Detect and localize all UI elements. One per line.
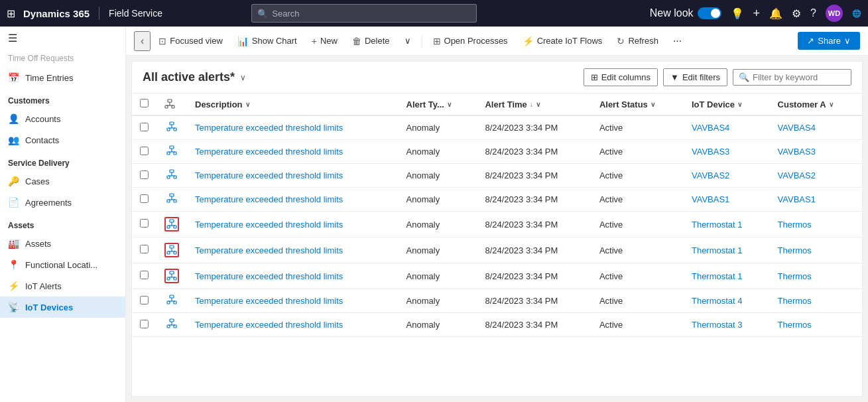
row-customer-account-link[interactable]: Thermos [778,320,812,330]
row-description-link[interactable]: Temperature exceeded threshold limits [195,320,343,330]
sidebar-item-contacts[interactable]: 👥 Contacts [0,129,125,151]
row-icon [166,124,177,134]
row-checkbox[interactable] [140,271,149,279]
svg-rect-6 [167,128,170,131]
col-alert-time[interactable]: Alert Time ↓ ∨ [477,94,591,115]
lightbulb-icon[interactable]: 💡 [731,7,744,20]
row-checkbox[interactable] [140,219,149,228]
row-alert-time-cell: 8/24/2023 3:34 PM [477,212,591,237]
refresh-button[interactable]: ↻ Refresh [610,32,665,50]
row-customer-account-cell: VAVBAS4 [770,115,862,140]
new-button[interactable]: + New [305,32,344,50]
row-checkbox[interactable] [140,170,149,179]
settings-icon[interactable]: ⚙ [792,7,801,20]
row-description-link[interactable]: Temperature exceeded threshold limits [195,194,343,204]
sidebar-faded-item[interactable]: Time Off Requests [0,50,125,67]
help-icon[interactable]: ? [810,7,816,19]
row-customer-account-link[interactable]: VAVBAS3 [778,147,816,157]
row-description-link[interactable]: Temperature exceeded threshold limits [195,147,343,157]
row-description-link[interactable]: Temperature exceeded threshold limits [195,170,343,180]
sidebar-item-time-entries[interactable]: 📅 Time Entries [0,67,125,88]
app-launcher-icon[interactable]: 🌐 [852,9,861,18]
sidebar-item-iot-devices[interactable]: 📡 IoT Devices [0,297,125,318]
row-iot-device-link[interactable]: Thermostat 4 [692,296,743,306]
sidebar-item-accounts[interactable]: 👤 Accounts [0,108,125,129]
row-iot-device-link[interactable]: Thermostat 1 [692,220,743,230]
row-customer-account-link[interactable]: VAVBAS1 [778,194,816,204]
row-checkbox[interactable] [140,194,149,203]
col-customer-account[interactable]: Customer A ∨ [770,94,862,115]
sidebar-hamburger[interactable]: ☰ [0,27,125,50]
col-alert-status[interactable]: Alert Status ∨ [591,94,684,115]
delete-label: Delete [365,36,390,46]
open-processes-label: Open Processes [444,36,508,46]
table-row: Temperature exceeded threshold limits An… [132,188,862,212]
row-checkbox[interactable] [140,296,149,304]
svg-rect-1 [165,105,168,108]
row-iot-device-link[interactable]: VAVBAS4 [692,123,729,133]
sidebar-item-cases[interactable]: 🔑 Cases [0,170,125,192]
row-iot-device-link[interactable]: VAVBAS3 [692,147,729,157]
row-customer-account-link[interactable]: Thermos [778,271,812,281]
bell-icon[interactable]: 🔔 [769,7,782,20]
svg-rect-40 [170,295,174,298]
col-alert-type[interactable]: Alert Ty... ∨ [399,94,477,115]
row-iot-device-link[interactable]: Thermostat 3 [692,320,743,330]
app-name: Dynamics 365 [23,8,90,19]
show-chart-button[interactable]: 📊 Show Chart [231,32,304,50]
row-checkbox[interactable] [140,147,149,155]
add-icon[interactable]: + [753,7,761,21]
new-look-label: New look [650,7,694,19]
open-processes-button[interactable]: ⊞ Open Processes [426,32,515,50]
sidebar-section-assets: Assets [0,213,125,233]
row-iot-device-link[interactable]: Thermostat 1 [692,271,743,281]
row-description-link[interactable]: Temperature exceeded threshold limits [195,245,343,255]
col-description[interactable]: Description ∨ [187,94,399,115]
select-all-checkbox[interactable] [140,99,149,107]
row-customer-account-link[interactable]: VAVBAS4 [778,123,816,133]
row-description-cell: Temperature exceeded threshold limits [187,313,399,337]
share-button[interactable]: ↗ Share ∨ [798,32,860,50]
delete-button[interactable]: 🗑 Delete [345,32,397,50]
row-description-link[interactable]: Temperature exceeded threshold limits [195,271,343,281]
row-iot-device-link[interactable]: VAVBAS2 [692,170,729,180]
row-description-link[interactable]: Temperature exceeded threshold limits [195,220,343,230]
row-customer-account-cell: VAVBAS3 [770,140,862,164]
row-description-link[interactable]: Temperature exceeded threshold limits [195,123,343,133]
new-look-toggle[interactable]: New look [650,7,721,19]
new-look-switch[interactable] [698,7,721,19]
row-iot-device-link[interactable]: Thermostat 1 [692,245,743,255]
row-customer-account-link[interactable]: Thermos [778,220,812,230]
dropdown-button[interactable]: ∨ [398,32,418,50]
col-iot-device[interactable]: IoT Device ∨ [684,94,770,115]
edit-filters-button[interactable]: ▼ Edit filters [663,68,727,86]
user-avatar[interactable]: WD [826,5,843,22]
svg-rect-7 [174,128,176,131]
sidebar-item-assets[interactable]: 🏭 Assets [0,233,125,254]
search-box[interactable]: 🔍 [251,4,477,23]
row-checkbox[interactable] [140,123,149,131]
filter-keyword-input[interactable] [753,72,845,82]
sidebar-item-agreements[interactable]: 📄 Agreements [0,192,125,213]
sidebar-item-functional-locations[interactable]: 📍 Functional Locati... [0,254,125,275]
row-customer-account-cell: Thermos [770,313,862,337]
row-checkbox[interactable] [140,320,149,328]
sidebar-item-iot-alerts[interactable]: ⚡ IoT Alerts [0,275,125,297]
alert-time-sort-icon: ↓ [530,101,533,108]
filter-keyword-wrap[interactable]: 🔍 [733,69,851,86]
search-input[interactable] [272,9,471,19]
view-title-chevron[interactable]: ∨ [240,73,246,82]
row-iot-device-link[interactable]: VAVBAS1 [692,194,729,204]
focused-view-button[interactable]: ⊡ Focused view [152,32,229,50]
row-customer-account-link[interactable]: VAVBAS2 [778,170,816,180]
row-description-link[interactable]: Temperature exceeded threshold limits [195,296,343,306]
back-button[interactable]: ‹ [134,31,151,51]
create-iot-flows-button[interactable]: ⚡ Create IoT Flows [516,32,609,50]
edit-columns-button[interactable]: ⊞ Edit columns [584,68,658,86]
more-button[interactable]: ⋯ [666,32,688,50]
svg-rect-12 [174,152,176,155]
row-customer-account-link[interactable]: Thermos [778,296,812,306]
row-checkbox[interactable] [140,245,149,253]
row-customer-account-link[interactable]: Thermos [778,245,812,255]
grid-icon[interactable]: ⊞ [7,7,15,20]
